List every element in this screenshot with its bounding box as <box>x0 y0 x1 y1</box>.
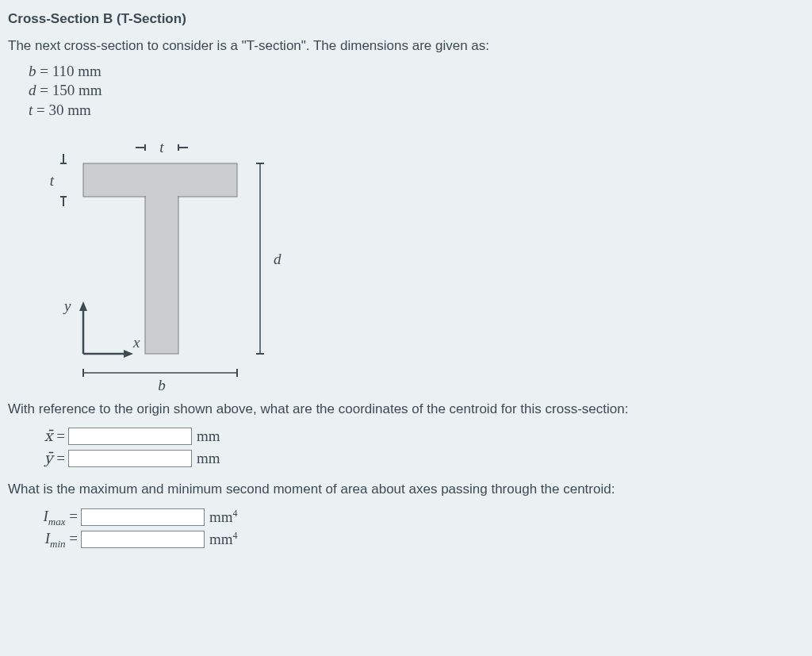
centroid-answers: x̄ = mm ȳ = mm <box>22 426 804 469</box>
xbar-unit: mm <box>197 426 220 447</box>
imax-label: Imax = <box>22 506 81 529</box>
svg-marker-18 <box>79 301 87 311</box>
label-t-left: t <box>50 172 55 189</box>
ybar-label: ȳ = <box>22 448 68 470</box>
svg-rect-2 <box>146 195 178 198</box>
imax-unit: mm4 <box>209 507 238 528</box>
imin-label: Imin = <box>22 528 81 551</box>
label-y-axis: y <box>63 297 71 314</box>
xbar-input[interactable] <box>68 428 192 445</box>
label-d: d <box>274 251 282 267</box>
ybar-unit: mm <box>197 448 220 470</box>
dim-d: d = 150 mm <box>29 81 804 101</box>
question-centroid: With reference to the origin shown above… <box>8 400 804 419</box>
label-t-top: t <box>159 139 164 155</box>
moment-answers: Imax = mm4 Imin = mm4 <box>22 507 804 550</box>
label-x-axis: x <box>132 334 140 351</box>
imin-unit: mm4 <box>209 529 238 551</box>
t-section-figure: t t d b y x <box>8 125 301 395</box>
label-b: b <box>158 377 166 393</box>
svg-marker-20 <box>124 350 133 358</box>
t-section-svg: t t d b y x <box>8 125 301 395</box>
dimensions-list: b = 110 mm d = 150 mm t = 30 mm <box>29 62 804 121</box>
intro-text: The next cross-section to consider is a … <box>8 36 804 56</box>
imax-input[interactable] <box>81 508 205 526</box>
section-heading: Cross-Section B (T-Section) <box>8 10 804 29</box>
dim-b: b = 110 mm <box>29 62 804 82</box>
svg-rect-0 <box>83 163 237 197</box>
ybar-input[interactable] <box>68 450 192 467</box>
question-moment: What is the maximum and minimum second m… <box>8 480 804 499</box>
imin-input[interactable] <box>81 531 205 548</box>
xbar-label: x̄ = <box>22 426 68 447</box>
dim-t: t = 30 mm <box>29 101 804 121</box>
svg-rect-1 <box>145 197 178 354</box>
